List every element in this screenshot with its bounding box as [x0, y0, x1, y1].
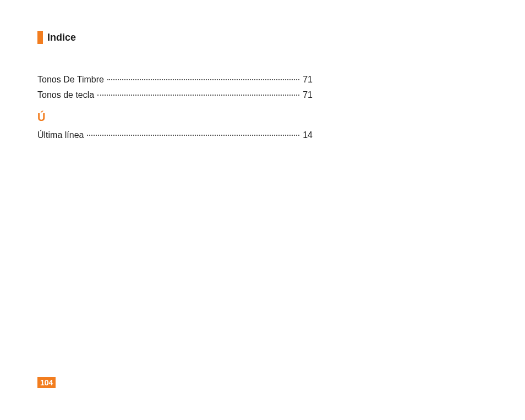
page-number-badge: 104 — [37, 377, 56, 388]
page-header: Indice — [37, 31, 488, 44]
toc-dots-leader — [107, 79, 299, 80]
toc-entry[interactable]: Última línea 14 — [37, 130, 313, 140]
toc-dots-leader — [87, 135, 299, 136]
toc-entry-page: 71 — [300, 90, 313, 100]
toc-entry-label: Última línea — [37, 130, 86, 140]
toc-entry-page: 71 — [300, 75, 313, 85]
header-accent-bar — [37, 31, 43, 44]
toc-entry[interactable]: Tonos De Timbre 71 — [37, 75, 313, 85]
toc-entry-label: Tonos De Timbre — [37, 75, 106, 85]
toc-entry-page: 14 — [300, 130, 313, 140]
toc-dots-leader — [97, 95, 299, 96]
toc-section-letter: Ú — [37, 111, 313, 124]
toc-entry[interactable]: Tonos de tecla 71 — [37, 90, 313, 100]
toc-section: Tonos De Timbre 71 Tonos de tecla 71 Ú Ú… — [37, 75, 313, 140]
page-title: Indice — [47, 32, 76, 43]
toc-entry-label: Tonos de tecla — [37, 90, 96, 100]
